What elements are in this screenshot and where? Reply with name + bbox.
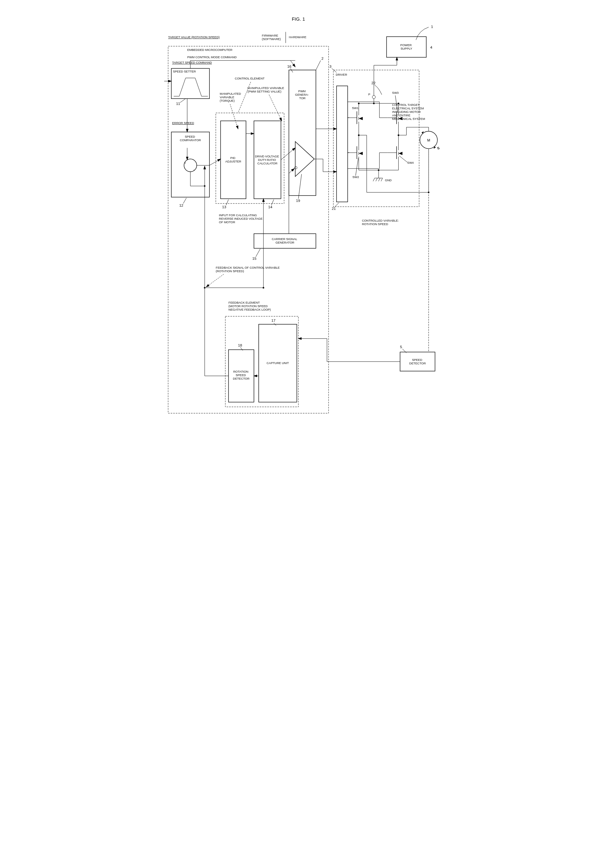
pwm-gen-num: 16 — [287, 65, 292, 68]
predriver-block — [336, 86, 348, 202]
hardware-label: HARDWARE — [289, 35, 307, 39]
svg-line-13 — [183, 198, 186, 204]
svg-line-24 — [281, 148, 295, 159]
svg-line-35 — [335, 203, 339, 207]
p-label: P — [369, 93, 370, 96]
sw3-label: SW3 — [392, 91, 399, 94]
feedback-signal-label: FEEDBACK SIGNAL OF CONTROL VARIABLE (ROT… — [216, 266, 281, 273]
svg-line-86 — [379, 178, 380, 181]
control-element-label: CONTROL ELEMENT — [235, 77, 265, 80]
controlled-var-label: CONTROLLED VARIABLE: ROTATION SPEED — [362, 219, 400, 226]
speed-detector-label: SPEED DETECTOR — [409, 358, 426, 365]
svg-line-17 — [226, 200, 228, 205]
comparator-num: 19 — [296, 199, 300, 202]
svg-line-26 — [298, 174, 302, 199]
svg-point-36 — [372, 95, 375, 99]
capture-unit-label: CAPTURE UNIT — [267, 361, 289, 365]
svg-line-16 — [269, 95, 282, 121]
pwm-gen-block — [289, 70, 316, 196]
driver-num: 3 — [329, 65, 331, 68]
feedback-element-label: FEEDBACK ELEMENT (MOTOR ROTATION SPEED N… — [229, 301, 271, 311]
capture-unit-num: 17 — [271, 319, 276, 322]
carrier-gen-label: CARRIER SIGNAL GENERATOR — [272, 237, 298, 244]
carrier-gen-num: 15 — [252, 257, 257, 260]
target-value-label: TARGET VALUE (ROTATION SPEED) — [168, 35, 220, 39]
embedded-mcu-label: EMBEDDED MICROCOMPUTER — [187, 48, 232, 52]
firmware-label: FIRMWARE (SOFTWARE) — [262, 34, 281, 41]
rot-speed-det-num: 18 — [238, 343, 242, 347]
bridge-num: 22 — [372, 81, 376, 85]
svg-line-34 — [332, 68, 336, 72]
speed-comparator-label: SPEED COMPARATOR — [180, 135, 201, 142]
svg-line-27 — [256, 249, 260, 257]
svg-point-90 — [428, 192, 429, 193]
pid-adjuster-label: PID ADJUSTER — [226, 156, 241, 163]
svg-line-18 — [209, 159, 221, 165]
mcu-boundary — [168, 46, 329, 413]
svg-line-29 — [289, 168, 294, 173]
target-speed-cmd: TARGET SPEED COMMAND — [172, 61, 212, 64]
driver-boundary — [333, 70, 419, 207]
pwm-mode-cmd: PWM CONTROL MODE COMMAND — [187, 55, 237, 59]
duty-calc-num: 14 — [268, 205, 272, 209]
svg-line-87 — [381, 178, 383, 181]
svg-point-96 — [263, 287, 264, 288]
power-supply-num: 4 — [431, 46, 432, 49]
speed-setter-label: SPEED SETTER — [173, 69, 196, 73]
svg-line-77 — [399, 156, 407, 162]
svg-line-23 — [291, 68, 293, 72]
error-speed-label: ERROR SPEED — [172, 121, 194, 125]
motor-label: M — [427, 138, 431, 142]
manip-pwm-label: MANIPULATED VARIABLE (PWM SETTING VALUE) — [248, 86, 285, 93]
svg-line-97 — [206, 274, 224, 287]
power-supply-label: POWER SUPPLY — [400, 43, 412, 50]
sw4-fet — [388, 135, 403, 170]
plus-sign: + — [184, 161, 186, 165]
minus-sign: − — [193, 168, 195, 172]
speed-detector-num: 5 — [400, 345, 402, 349]
svg-line-20 — [271, 200, 274, 205]
svg-line-15 — [230, 104, 238, 129]
svg-line-1 — [316, 61, 321, 70]
predriver-num: 21 — [332, 207, 336, 211]
speed-setter-num: 11 — [176, 102, 180, 106]
svg-line-2 — [180, 99, 185, 102]
comparator-triangle — [295, 142, 314, 176]
manip-torque-label: MANIPULATED VARIABLE (TORQUE) — [220, 92, 242, 102]
rot-speed-det-label: ROTATION SPEED DETECTOR — [233, 370, 249, 380]
sw1-label: SW1 — [352, 106, 358, 110]
svg-point-25 — [295, 167, 297, 169]
duty-calc-label: DRIVE-VOLTAGE DUTY-RATIO CALCULATOR — [255, 155, 280, 165]
speed-comparator-num: 12 — [179, 204, 183, 207]
svg-point-42 — [373, 103, 375, 104]
ref-main: 1 — [431, 25, 433, 29]
control-target-label: CONTROL TARGET: ELECTRICAL SYSTEM INCLUD… — [392, 103, 425, 121]
sw2-fet — [348, 135, 363, 170]
figure-title: FIG. 1 — [292, 16, 305, 22]
mcu-num: 2 — [322, 57, 323, 61]
sw2-label: SW2 — [353, 175, 359, 179]
svg-line-84 — [373, 178, 375, 181]
speed-comparator-block — [171, 132, 209, 197]
svg-line-85 — [376, 178, 377, 181]
pid-adjuster-num: 13 — [222, 205, 226, 209]
svg-line-69 — [356, 158, 358, 176]
svg-line-93 — [240, 347, 242, 350]
diagram-svg: 1 FIG. 1 TARGET VALUE (ROTATION SPEED) F… — [149, 6, 447, 440]
driver-label: DRIVER — [336, 73, 347, 76]
input-reverse-label: INPUT FOR CALCULATING REVERSE INDUCED VO… — [219, 213, 264, 224]
gnd-label: GND — [385, 179, 392, 182]
pwm-gen-label: PWM GENERA- TOR — [295, 89, 310, 100]
sw4-label: SW4 — [407, 161, 414, 164]
